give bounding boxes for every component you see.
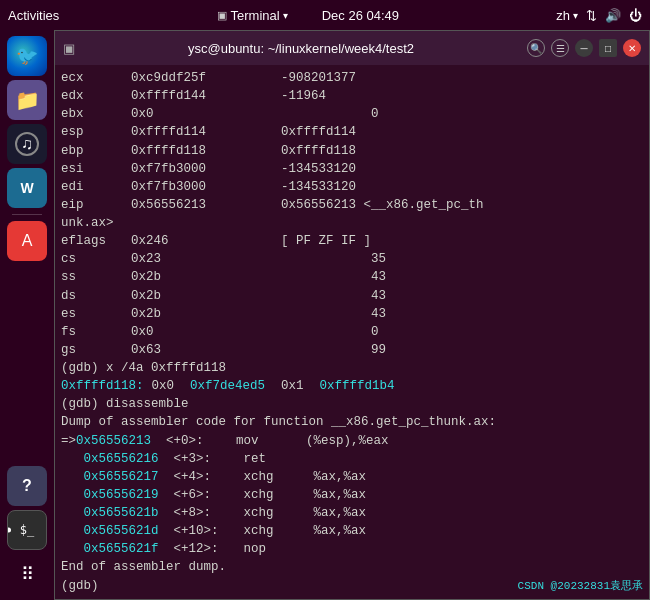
search-button[interactable]: 🔍: [527, 39, 545, 57]
asm-line-2: 0x56556217 <+4>: xchg %ax,%ax: [61, 468, 643, 486]
terminal-icon: ▣: [217, 9, 227, 22]
terminal-title: ysc@ubuntu: ~/linuxkernel/week4/test2: [81, 41, 521, 56]
mem-line: 0xffffd118: 0x0 0xf7de4ed5 0x1 0xffffd1b…: [61, 377, 643, 395]
sidebar-app-terminal[interactable]: $_: [7, 510, 47, 550]
volume-icon[interactable]: 🔊: [605, 8, 621, 23]
sidebar-app-grid[interactable]: ⠿: [7, 554, 47, 594]
sidebar-app-thunderbird[interactable]: 🐦: [7, 36, 47, 76]
gdb-cmd-2: (gdb) disassemble: [61, 395, 643, 413]
activities-button[interactable]: Activities: [8, 8, 59, 23]
datetime: Dec 26 04:49: [322, 8, 399, 23]
register-ds: ds0x2b43: [61, 287, 643, 305]
sidebar-app-libreoffice[interactable]: W: [7, 168, 47, 208]
sidebar: 🐦 📁 ♫ W A ? $_ ⠿: [0, 30, 54, 600]
power-icon[interactable]: ⏻: [629, 8, 642, 23]
terminal-titlebar-icon: ▣: [63, 41, 75, 56]
register-esi: esi0xf7fb3000-134533120: [61, 160, 643, 178]
maximize-button[interactable]: □: [599, 39, 617, 57]
register-ebp: ebp0xffffd1180xffffd118: [61, 142, 643, 160]
watermark: CSDN @20232831袁思承: [518, 579, 643, 595]
asm-line-0: => 0x56556213 <+0>: mov (%esp),%eax: [61, 432, 643, 450]
register-esp: esp0xffffd1140xffffd114: [61, 123, 643, 141]
asm-line-3: 0x56556219 <+6>: xchg %ax,%ax: [61, 486, 643, 504]
sidebar-active-dot: [7, 528, 11, 533]
sidebar-app-rhythmbox[interactable]: ♫: [7, 124, 47, 164]
minimize-button[interactable]: ─: [575, 39, 593, 57]
asm-line-4: 0x5655621b <+8>: xchg %ax,%ax: [61, 504, 643, 522]
gdb-final: (gdb): [61, 577, 99, 595]
asm-line-1: 0x56556216 <+3>: ret: [61, 450, 643, 468]
topbar-center: ▣ Terminal ▾ Dec 26 04:49: [217, 8, 399, 23]
sidebar-app-files[interactable]: 📁: [7, 80, 47, 120]
topbar-left: Activities: [8, 8, 59, 23]
end-dump: End of assembler dump.: [61, 558, 643, 576]
register-cs: cs0x2335: [61, 250, 643, 268]
register-fs: fs0x00: [61, 323, 643, 341]
bottom-row: (gdb) CSDN @20232831袁思承: [61, 577, 643, 595]
register-edx: edx0xffffd144-11964: [61, 87, 643, 105]
register-ss: ss0x2b43: [61, 268, 643, 286]
terminal-titlebar: ▣ ysc@ubuntu: ~/linuxkernel/week4/test2 …: [55, 31, 649, 65]
lang-menu[interactable]: zh ▾: [556, 8, 578, 23]
register-ebx: ebx0x00: [61, 105, 643, 123]
network-icon[interactable]: ⇅: [586, 8, 597, 23]
close-button[interactable]: ✕: [623, 39, 641, 57]
terminal-menu[interactable]: Terminal ▾: [231, 8, 288, 23]
asm-line-6: 0x5655621f <+12>: nop: [61, 540, 643, 558]
main-layout: 🐦 📁 ♫ W A ? $_ ⠿: [0, 30, 650, 600]
terminal-content[interactable]: ecx0xc9ddf25f-908201377 edx0xffffd144-11…: [55, 65, 649, 599]
register-ecx: ecx0xc9ddf25f-908201377: [61, 69, 643, 87]
sidebar-app-help[interactable]: ?: [7, 466, 47, 506]
sidebar-app-store[interactable]: A: [7, 221, 47, 261]
topbar-right: zh ▾ ⇅ 🔊 ⏻: [556, 8, 642, 23]
register-edi: edi0xf7fb3000-134533120: [61, 178, 643, 196]
gdb-cmd-1: (gdb) x /4a 0xffffd118: [61, 359, 643, 377]
register-gs: gs0x6399: [61, 341, 643, 359]
terminal-window: ▣ ysc@ubuntu: ~/linuxkernel/week4/test2 …: [54, 30, 650, 600]
asm-line-5: 0x5655621d <+10>: xchg %ax,%ax: [61, 522, 643, 540]
register-eip: eip0x565562130x56556213 <__x86.get_pc_th: [61, 196, 643, 214]
topbar: Activities ▣ Terminal ▾ Dec 26 04:49 zh …: [0, 0, 650, 30]
register-unk: unk.ax>: [61, 214, 643, 232]
sidebar-divider-1: [12, 214, 42, 215]
menu-button[interactable]: ☰: [551, 39, 569, 57]
register-es: es0x2b43: [61, 305, 643, 323]
register-eflags: eflags0x246[ PF ZF IF ]: [61, 232, 643, 250]
dump-header: Dump of assembler code for function __x8…: [61, 413, 643, 431]
